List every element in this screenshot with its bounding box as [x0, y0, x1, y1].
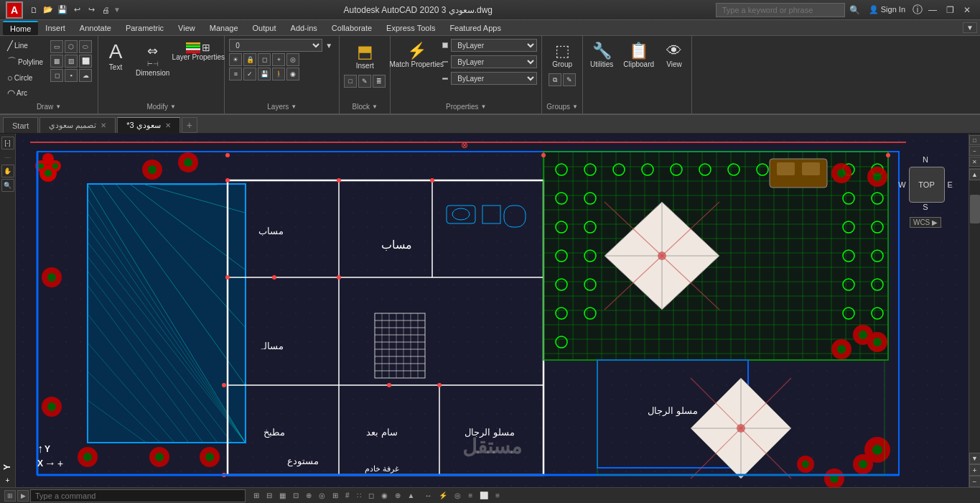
dropdown-arrow[interactable]: ▼ — [113, 6, 121, 14]
command-input[interactable] — [30, 489, 246, 502]
viewport-options-button[interactable]: [-] — [1, 137, 14, 149]
tab-saudi3[interactable]: *سعودي 3 ✕ — [117, 117, 179, 133]
block-attrib-button[interactable]: ≣ — [373, 75, 386, 88]
dimension-button[interactable]: ⇔ ⊢⊣ Dimension — [131, 39, 174, 80]
viewport-scale-button[interactable]: ↔ — [422, 491, 434, 500]
signin-button[interactable]: 👤 Sign In — [864, 4, 910, 16]
layer-match-button[interactable]: ≡ — [229, 68, 242, 80]
osnap-button[interactable]: ◎ — [317, 491, 327, 500]
layer-freeze-button[interactable]: ☀ — [229, 53, 242, 66]
ortho-button[interactable]: ⊡ — [291, 491, 301, 500]
layers-group-label[interactable]: Layers ▼ — [267, 103, 297, 111]
model-space-button[interactable]: ⊞ — [251, 491, 261, 500]
restore-viewport-button[interactable]: − — [969, 146, 981, 156]
layer-select[interactable]: 0 — [229, 39, 322, 52]
layer-current-button[interactable]: ✓ — [243, 68, 256, 80]
info-button[interactable]: ⓘ — [913, 4, 923, 17]
insert-button[interactable]: ⬒ Insert — [352, 39, 378, 73]
polar-button[interactable]: ⊕ — [304, 491, 314, 500]
lineweight-display-button[interactable]: ∷ — [355, 491, 363, 500]
menu-home[interactable]: Home — [3, 21, 38, 35]
menu-manage[interactable]: Manage — [202, 22, 246, 34]
gizmo-button[interactable]: ⊕ — [393, 491, 403, 500]
annotation-scale-button[interactable]: ▲ — [406, 491, 417, 500]
dynmode-button[interactable]: # — [343, 491, 352, 500]
layer-isolate-button[interactable]: ◎ — [286, 53, 299, 66]
region-button[interactable]: ◻ — [50, 69, 63, 82]
boundary-button[interactable]: ⬜ — [79, 55, 92, 68]
clipboard-button[interactable]: 📋 Clipboard — [620, 39, 657, 72]
layer-walk-button[interactable]: 🚶 — [272, 68, 285, 80]
toolbar-dropdown[interactable]: ▼ — [963, 22, 977, 33]
utilities-button[interactable]: 🔧 Utilities — [587, 39, 616, 72]
layer-dropdown-arrow[interactable]: ▼ — [325, 42, 332, 50]
grid-button[interactable]: ▦ — [277, 491, 288, 500]
search-icon[interactable]: 🔍 — [849, 5, 860, 15]
new-button[interactable]: 🗋 — [27, 4, 40, 17]
tab-saudi3-close[interactable]: ✕ — [165, 121, 171, 129]
match-properties-button[interactable]: ⚡ Match Properties — [395, 39, 438, 72]
modify-group-label[interactable]: Modify ▼ — [146, 103, 175, 111]
menu-addins[interactable]: Add-ins — [284, 22, 325, 34]
arc-button[interactable]: ◠ Arc — [4, 86, 46, 100]
menu-featured[interactable]: Featured Apps — [442, 22, 508, 34]
tab-start[interactable]: Start — [3, 117, 38, 133]
zoom-button[interactable]: 🔍 — [1, 179, 14, 192]
scroll-track[interactable] — [969, 180, 980, 453]
new-tab-button[interactable]: + — [182, 117, 197, 133]
print-button[interactable]: 🖨 — [99, 4, 112, 17]
search-input[interactable] — [716, 3, 845, 17]
layer-properties-button[interactable]: ⊞ Layer Properties — [177, 39, 220, 65]
clean-screen-button[interactable]: ⬜ — [477, 491, 490, 500]
cmd-expand-button[interactable]: ⊞ — [4, 490, 16, 502]
group-edit-button[interactable]: ✎ — [563, 73, 576, 86]
maximize-button[interactable]: ❐ — [943, 3, 957, 17]
selection-cycle-button[interactable]: ◉ — [379, 491, 390, 500]
revision-button[interactable]: ☁ — [79, 69, 92, 82]
hatch-button[interactable]: ▩ — [50, 55, 63, 68]
zoom-out-button[interactable]: − — [969, 476, 981, 487]
compass-top-button[interactable]: TOP — [909, 167, 945, 203]
scroll-down-button[interactable]: ▼ — [969, 453, 981, 464]
zoom-in-button[interactable]: + — [969, 464, 981, 476]
view-button[interactable]: 👁 View — [661, 39, 687, 72]
rect-button[interactable]: ▭ — [50, 40, 63, 53]
scroll-up-button[interactable]: ▲ — [969, 169, 981, 180]
menu-view[interactable]: View — [171, 22, 202, 34]
layer-color-button[interactable]: ◻ — [258, 53, 271, 66]
ellipse-button[interactable]: ⬭ — [79, 40, 92, 53]
save-button[interactable]: 💾 — [56, 4, 69, 17]
redo-button[interactable]: ↪ — [85, 4, 98, 17]
layer-save-button[interactable]: 💾 — [258, 68, 271, 80]
color-select[interactable]: ByLayer — [451, 39, 537, 52]
menu-express[interactable]: Express Tools — [379, 22, 442, 34]
menu-output[interactable]: Output — [246, 22, 284, 34]
menu-parametric[interactable]: Parametric — [118, 22, 171, 34]
block-group-label[interactable]: Block ▼ — [353, 103, 378, 111]
cmd-options-button[interactable]: ▶ — [17, 490, 29, 502]
tab-design[interactable]: تصميم سعودي ✕ — [39, 117, 116, 133]
wipeout-button[interactable]: ▪ — [65, 69, 78, 82]
menu-collaborate[interactable]: Collaborate — [325, 22, 379, 34]
status-bar-options-button[interactable]: ≡ — [493, 491, 502, 500]
snap-button[interactable]: ⊟ — [264, 491, 274, 500]
tab-design-close[interactable]: ✕ — [101, 121, 106, 129]
maximize-viewport-button[interactable]: □ — [969, 135, 981, 145]
transparency-button[interactable]: ◻ — [366, 491, 376, 500]
circle-button[interactable]: ○ Circle — [4, 71, 46, 85]
draw-group-label[interactable]: Draw ▼ — [37, 103, 61, 111]
app-logo[interactable]: A — [6, 1, 23, 19]
layer-add-button[interactable]: + — [272, 53, 285, 66]
minimize-button[interactable]: — — [925, 3, 940, 17]
group-button[interactable]: ⬚ Group — [549, 39, 575, 72]
lineweight-select[interactable]: ByLayer — [451, 72, 537, 85]
viewport[interactable]: [-][Top][2D Wireframe] ⊗ — [16, 134, 969, 487]
scroll-thumb[interactable] — [970, 195, 980, 223]
close-button[interactable]: ✕ — [960, 3, 974, 17]
gradient-button[interactable]: ▨ — [65, 55, 78, 68]
linetype-select[interactable]: ByLayer — [451, 55, 537, 68]
block-create-button[interactable]: □ — [344, 75, 357, 88]
block-editor-button[interactable]: ✎ — [358, 75, 371, 88]
drawing-canvas[interactable]: ⊗ — [16, 134, 969, 487]
groups-group-label[interactable]: Groups ▼ — [546, 103, 578, 111]
